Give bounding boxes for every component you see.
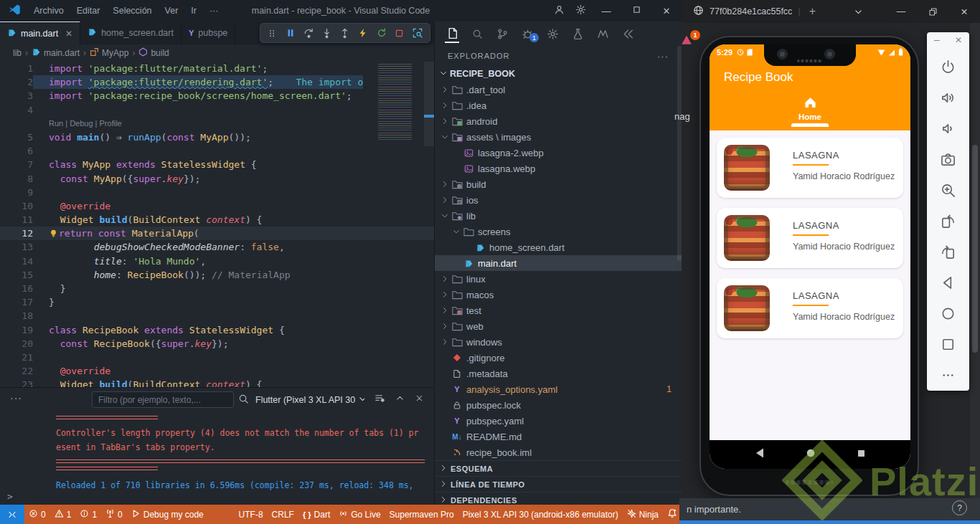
home-button[interactable] [940,305,957,322]
menu-ver[interactable]: Ver [159,4,184,18]
tree-row-web[interactable]: web [435,318,682,334]
status-item-0[interactable]: 0 [24,505,50,524]
tab-home[interactable]: Home [710,96,910,121]
step-over-button[interactable] [301,25,316,41]
settings-button[interactable] [570,0,591,22]
back-icon[interactable] [754,447,765,462]
scrollbar-thumb[interactable] [424,62,434,146]
status-item-debug-my-code[interactable]: Debug my code [127,505,208,524]
tree-row-home-screen-dart[interactable]: home_screen.dart [435,239,682,255]
explorer-more-icon[interactable]: ··· [657,51,669,62]
minimize-icon[interactable]: – [934,34,940,45]
grip-button[interactable] [265,25,281,41]
account-button[interactable] [548,0,570,22]
collapse-panel-button[interactable] [395,393,405,406]
section-dependencies[interactable]: DEPENDENCIES [435,492,682,505]
close-icon[interactable]: ✕ [65,29,72,39]
tree-row-analysis-options-yaml[interactable]: Yanalysis_options.yaml1 [435,381,682,397]
tree-row-ios[interactable]: ios [435,192,682,208]
screenshot-button[interactable] [940,151,957,168]
activity-source-control-button[interactable] [495,24,509,43]
step-out-button[interactable] [337,25,353,41]
tree-row-lasagna-webp[interactable]: lasagna.webp [435,161,682,176]
new-tab-icon[interactable]: + [809,5,816,18]
tree-row-lib[interactable]: lib [435,208,682,224]
tree-row-main-dart[interactable]: main.dart [435,255,682,271]
tree-row-pubspec-lock[interactable]: pubspec.lock [435,397,682,413]
tree-row-readme-md[interactable]: M↓README.md [435,429,682,444]
step-into-button[interactable] [319,25,335,41]
menu-archivo[interactable]: Archivo [28,4,70,18]
activity-collapse-button[interactable] [621,24,635,43]
recipe-card[interactable]: LASAGNAYamid Horacio Rodríguez [717,278,903,338]
overview-button[interactable] [940,335,957,353]
editor-scrollbar[interactable] [424,62,434,387]
inspect-widget-button[interactable] [410,25,425,41]
console-prompt[interactable]: > [7,491,13,502]
menu-editar[interactable]: Editar [71,4,106,18]
activity-files-button[interactable] [445,24,459,43]
tab-main-dart[interactable]: main.dart✕ [0,22,80,44]
status-item-pixel-3-xl-api-30--android-x86-emulator-[interactable]: Pixel 3 XL API 30 (android-x86 emulator) [458,505,623,524]
tab-home_screen-dart[interactable]: home_screen.dart [80,22,182,44]
rotate-right-button[interactable] [940,243,957,260]
stop-button[interactable] [392,25,407,41]
tree-row--idea[interactable]: .idea [435,97,682,113]
status-item-1[interactable]: 1 [50,505,76,524]
tree-row-macos[interactable]: macos [435,287,682,303]
maximize-button[interactable] [621,0,651,22]
restore-icon[interactable] [917,0,948,23]
tree-row-build[interactable]: build [435,176,682,192]
activity-debug-button[interactable]: 1 [520,24,534,43]
breadcrumb-item-main-dart[interactable]: main.dart [32,47,80,59]
activity-supermaven-button[interactable] [595,24,610,43]
status-item-supermaven-pro[interactable]: Supermaven Pro [385,505,458,524]
chevron-down-icon[interactable] [844,0,872,23]
tree-row--gitignore[interactable]: .gitignore [435,350,682,366]
tree-row-windows[interactable]: windows [435,334,682,350]
tree-row--metadata[interactable]: .metadata [435,366,682,381]
zoom-button[interactable] [940,181,957,199]
recipe-card[interactable]: LASAGNAYamid Horacio Rodríguez [717,138,903,198]
home-circle-icon[interactable] [806,448,816,461]
code-lens[interactable]: Run | Debug | Profile [0,117,434,130]
minimize-button[interactable]: — [591,0,621,22]
status-item-ninja[interactable]: Ninja [623,505,663,524]
back-button[interactable] [940,274,957,291]
activity-extensions-button[interactable] [545,24,560,43]
pause-button[interactable] [283,25,298,41]
tree-row-test[interactable]: test [435,303,682,318]
recents-icon[interactable] [857,448,866,461]
search-icon[interactable] [238,394,249,407]
emulator-scrollbar[interactable] [970,23,980,498]
explorer-root[interactable]: RECIPE_BOOK [435,66,682,82]
code-editor[interactable]: 1import 'package:flutter/material.dart';… [0,62,434,387]
restart-button[interactable] [374,25,390,41]
breadcrumb-item-MyApp[interactable]: MyApp [90,47,128,59]
tree-row-recipe-book-iml[interactable]: recipe_book.iml [435,444,682,460]
close-panel-button[interactable] [415,393,424,406]
volume-up-button[interactable] [940,89,957,106]
status-item-crlf[interactable]: CRLF [268,505,298,524]
tree-row-assets---images[interactable]: assets \ images [435,129,682,145]
volume-down-button[interactable] [940,120,957,137]
minimize-icon[interactable]: — [885,0,917,23]
tree-row-android[interactable]: android [435,113,682,129]
debug-session-select[interactable]: Flutter (Pixel 3 XL API 30 [255,391,364,408]
console-filter-input[interactable] [92,391,234,408]
close-icon[interactable]: ✕ [955,35,962,45]
tab-pubspe[interactable]: Ypubspe [182,22,235,44]
status-item-go-live[interactable]: Go Live [334,505,385,524]
tree-row-pubspec-yaml[interactable]: Ypubspec.yaml [435,413,682,429]
status-item-dart[interactable]: { }Dart [298,505,334,524]
section-esquema[interactable]: ESQUEMA [435,461,682,477]
breadcrumb-item-build[interactable]: build [138,47,169,59]
menu-seleccin[interactable]: Selección [107,4,157,18]
activity-testing-button[interactable] [570,24,585,43]
minimap[interactable] [378,63,421,140]
rotate-left-button[interactable] [940,212,957,229]
close-icon[interactable]: ✕ [948,0,980,23]
tree-row--dart-tool[interactable]: .dart_tool [435,82,682,97]
output-settings-button[interactable] [374,393,385,406]
status-item-utf-8[interactable]: UTF-8 [235,505,268,524]
